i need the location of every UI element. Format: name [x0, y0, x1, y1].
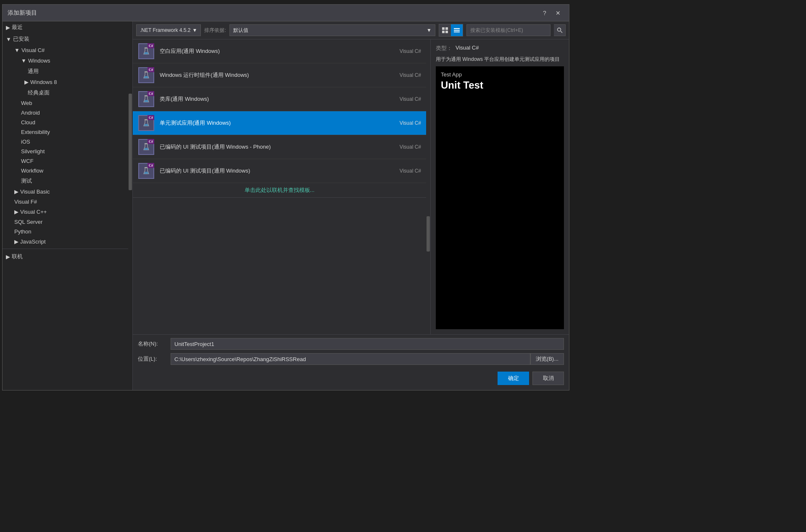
sidebar-item-installed[interactable]: ▼ 已安装: [3, 33, 128, 45]
template-icon: C#: [138, 139, 155, 155]
sidebar-scrollbar-thumb: [129, 94, 132, 190]
list-view-button[interactable]: [451, 24, 463, 36]
template-icon-bg: C#: [138, 91, 154, 107]
main-panel: .NET Framework 4.5.2 ▼ 排序依据: 默认值 ▼: [133, 21, 569, 390]
toolbar: .NET Framework 4.5.2 ▼ 排序依据: 默认值 ▼: [133, 21, 569, 39]
name-input[interactable]: [171, 338, 564, 350]
sidebar-label-visual-csharp: Visual C#: [21, 47, 45, 53]
sidebar-label-web: Web: [21, 100, 32, 106]
close-button[interactable]: ✕: [552, 8, 564, 18]
search-button[interactable]: [554, 24, 566, 36]
csharp-badge: C#: [148, 139, 154, 144]
svg-point-7: [557, 28, 561, 31]
sidebar-label-cloud: Cloud: [21, 119, 35, 126]
sort-value: 默认值: [233, 27, 248, 34]
sidebar-item-visual-fsharp[interactable]: Visual F#: [3, 197, 128, 207]
template-scrollbar[interactable]: [426, 39, 430, 334]
sidebar-item-silverlight[interactable]: Silverlight: [3, 147, 128, 156]
confirm-button[interactable]: 确定: [498, 372, 529, 385]
sidebar-label-ios: iOS: [21, 139, 30, 145]
sidebar-item-windows8[interactable]: ▶ Windows 8: [3, 77, 128, 87]
svg-rect-4: [454, 28, 460, 29]
svg-line-8: [561, 31, 562, 33]
sort-dropdown[interactable]: 默认值 ▼: [229, 24, 435, 36]
template-lang: Visual C#: [387, 96, 421, 102]
template-name: 单元测试应用(通用 Windows): [160, 120, 231, 126]
sidebar-scroll: ▶ 最近 ▼ 已安装 ▼ Visual C# ▼: [3, 21, 132, 262]
template-item[interactable]: C#已编码的 UI 测试项目(通用 Windows - Phone)Visual…: [133, 135, 426, 159]
cancel-button[interactable]: 取消: [532, 372, 564, 385]
sidebar-item-ios[interactable]: iOS: [3, 137, 128, 147]
form-area: 名称(N): 位置(L): 浏览(B)...: [133, 335, 569, 368]
info-description: 用于为通用 Windows 平台应用创建单元测试应用的项目: [436, 55, 564, 63]
location-input[interactable]: [171, 353, 530, 365]
sidebar-label-javascript: JavaScript: [20, 238, 46, 245]
template-item[interactable]: C#空白应用(通用 Windows)Visual C#: [133, 39, 426, 63]
sidebar-item-classic-desktop[interactable]: 经典桌面: [3, 87, 128, 98]
online-link[interactable]: 单击此处以联机并查找模板...: [245, 187, 315, 193]
sidebar-item-visual-basic[interactable]: ▶ Visual Basic: [3, 186, 128, 197]
template-icon-bg: C#: [138, 43, 154, 59]
template-scroll: C#空白应用(通用 Windows)Visual C# C#Windows 运行…: [133, 39, 430, 334]
sidebar-label-extensibility: Extensibility: [21, 129, 50, 135]
sidebar-label-visual-cpp: Visual C++: [20, 209, 47, 215]
template-lang: Visual C#: [387, 120, 421, 126]
sidebar-item-python[interactable]: Python: [3, 227, 128, 236]
sidebar-label-classic-desktop: 经典桌面: [28, 89, 50, 97]
csharp-badge: C#: [148, 163, 154, 168]
template-item[interactable]: C#Windows 运行时组件(通用 Windows)Visual C#: [133, 63, 426, 87]
sidebar-item-workflow[interactable]: Workflow: [3, 166, 128, 176]
sidebar-item-general[interactable]: 通用: [3, 66, 128, 77]
search-input[interactable]: [466, 24, 551, 36]
template-name: 类库(通用 Windows): [160, 96, 209, 102]
location-row: 位置(L): 浏览(B)...: [138, 353, 564, 365]
name-label: 名称(N):: [138, 340, 167, 348]
sidebar-item-javascript[interactable]: ▶ JavaScript: [3, 236, 128, 247]
template-info: 单元测试应用(通用 Windows): [160, 119, 382, 127]
template-lang: Visual C#: [387, 144, 421, 150]
template-icon: C#: [138, 43, 155, 60]
framework-dropdown[interactable]: .NET Framework 4.5.2 ▼: [136, 24, 201, 36]
template-item[interactable]: C#单元测试应用(通用 Windows)Visual C#: [133, 111, 426, 135]
template-item[interactable]: C#已编码的 UI 测试项目(通用 Windows)Visual C#: [133, 159, 426, 183]
sidebar-scrollbar[interactable]: [128, 21, 132, 262]
action-buttons: 确定 取消: [133, 368, 569, 390]
preview-app-name: Test App: [441, 71, 559, 78]
sidebar-item-cloud[interactable]: Cloud: [3, 118, 128, 127]
template-lang: Visual C#: [387, 48, 421, 54]
expand-icon-vb: ▶: [14, 189, 18, 195]
sidebar-item-visual-csharp[interactable]: ▼ Visual C#: [3, 45, 128, 55]
template-icon: C#: [138, 115, 155, 131]
sidebar-item-wcf[interactable]: WCF: [3, 156, 128, 166]
bottom-area: 名称(N): 位置(L): 浏览(B)... 确定 取消: [133, 334, 569, 390]
sidebar-label-windows: Windows: [28, 58, 50, 64]
sidebar-item-online[interactable]: ▶ 联机: [3, 251, 128, 262]
template-name: 空白应用(通用 Windows): [160, 48, 220, 54]
dialog-body: ▶ 最近 ▼ 已安装 ▼ Visual C# ▼: [3, 21, 569, 390]
sidebar-item-extensibility[interactable]: Extensibility: [3, 127, 128, 137]
sidebar-item-visual-cpp[interactable]: ▶ Visual C++: [3, 207, 128, 217]
browse-button[interactable]: 浏览(B)...: [530, 353, 564, 365]
sidebar-label-general: 通用: [28, 68, 39, 75]
sidebar-item-android[interactable]: Android: [3, 108, 128, 118]
sidebar-label-sql-server: SQL Server: [14, 219, 42, 225]
grid-view-button[interactable]: [439, 24, 451, 36]
sidebar-label-workflow: Workflow: [21, 168, 43, 174]
sidebar-label-recent: 最近: [12, 24, 23, 31]
sidebar-item-windows[interactable]: ▼ Windows: [3, 55, 128, 66]
content-area: C#空白应用(通用 Windows)Visual C# C#Windows 运行…: [133, 39, 569, 334]
sidebar-item-test[interactable]: 测试: [3, 176, 128, 186]
sidebar-label-visual-basic: Visual Basic: [20, 189, 50, 195]
location-label: 位置(L):: [138, 355, 167, 363]
help-button[interactable]: ?: [539, 8, 551, 18]
sidebar-item-recent[interactable]: ▶ 最近: [3, 21, 128, 33]
template-info: 已编码的 UI 测试项目(通用 Windows): [160, 167, 382, 175]
template-info: 空白应用(通用 Windows): [160, 47, 382, 55]
sidebar-item-sql-server[interactable]: SQL Server: [3, 217, 128, 227]
template-item[interactable]: C#类库(通用 Windows)Visual C#: [133, 87, 426, 111]
framework-label: .NET Framework 4.5.2: [140, 27, 190, 33]
template-info: Windows 运行时组件(通用 Windows): [160, 71, 382, 79]
sidebar-item-web[interactable]: Web: [3, 98, 128, 108]
template-icon-bg: C#: [138, 115, 154, 131]
sidebar-label-installed: 已安装: [13, 35, 29, 43]
